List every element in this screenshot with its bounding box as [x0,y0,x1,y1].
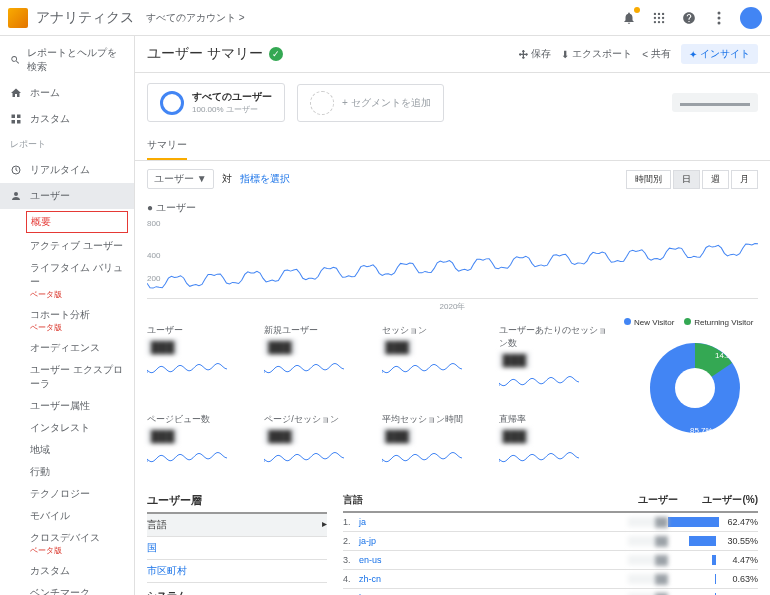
time-hour[interactable]: 時間別 [626,170,671,189]
table-row[interactable]: 1.ja██62.47% [343,513,758,532]
segment-all-users[interactable]: すべてのユーザー100.00% ユーザー [147,83,285,122]
nav-realtime[interactable]: リアルタイム [0,157,134,183]
sparkline [147,447,227,467]
x-label: 2020年 [147,299,758,314]
svg-point-4 [658,16,660,18]
dim-country[interactable]: 国 [147,537,327,560]
export-button[interactable]: ⬇ エクスポート [561,44,632,64]
svg-point-1 [658,12,660,14]
page-title: ユーザー サマリー [147,45,263,63]
metric-box[interactable]: 平均セッション時間███ [382,413,491,469]
svg-rect-14 [12,120,16,124]
nav-user-sub[interactable]: テクノロジー [0,483,134,505]
save-button[interactable]: 🕂 保存 [518,44,551,64]
svg-point-8 [662,20,664,22]
segment-add[interactable]: + セグメントを追加 [297,84,444,122]
metric-dropdown[interactable]: ユーザー ▼ [147,169,214,189]
help-icon[interactable] [680,9,698,27]
metric-box[interactable]: ユーザー███ [147,324,256,393]
dim-city[interactable]: 市区町村 [147,560,327,583]
svg-rect-13 [17,115,21,119]
nav-user-sub[interactable]: ユーザー属性 [0,395,134,417]
metric-value: ███ [382,339,413,355]
app-header: アナリティクス すべてのアカウント > [0,0,770,36]
metric-value: ███ [264,428,295,444]
lang-name: ja-jp [359,536,628,546]
nav-custom[interactable]: カスタム [0,106,134,132]
vs-label: 対 [222,172,232,186]
nav-user-sub[interactable]: ユーザー エクスプローラ [0,359,134,395]
svg-point-3 [654,16,656,18]
nav-user-sub[interactable]: ベンチマーク [0,582,134,595]
metric-label: セッション [382,324,491,337]
pie-legend: New Visitor Returning Visitor [624,318,766,327]
nav-user[interactable]: ユーザー [0,183,134,209]
metric-value: ███ [499,352,530,368]
tab-summary[interactable]: サマリー [147,132,187,160]
nav-user-sub[interactable]: オーディエンス [0,337,134,359]
svg-rect-15 [17,120,21,124]
metric-value: ███ [499,428,530,444]
y-tick: 200 [147,274,160,283]
nav-user-sub[interactable]: 行動 [0,461,134,483]
segment-add-icon [310,91,334,115]
metric-label: ユーザー [147,324,256,337]
nav-user-sub[interactable]: カスタム [0,560,134,582]
nav-user-sub[interactable]: クロスデバイスベータ版 [0,527,134,560]
metric-box[interactable]: ユーザーあたりのセッション数███ [499,324,608,393]
y-tick: 800 [147,219,160,228]
date-range-picker[interactable]: ▬▬▬▬▬▬▬ [672,93,758,112]
time-week[interactable]: 週 [702,170,729,189]
share-button[interactable]: < 共有 [642,44,671,64]
sparkline [382,447,462,467]
time-month[interactable]: 月 [731,170,758,189]
metric-select-link[interactable]: 指標を選択 [240,172,290,186]
dimensions-column: ユーザー層 言語▸ 国 市区町村 システム ブラウザ オペレーティング システム… [147,489,327,595]
account-selector[interactable]: すべてのアカウント > [146,11,245,25]
nav-user-sub[interactable]: モバイル [0,505,134,527]
metric-label: ユーザーあたりのセッション数 [499,324,608,350]
pie-label-new: 85.7% [690,426,713,435]
main-chart: 800 400 200 [147,219,758,299]
search-input[interactable]: レポートとヘルプを検索 [0,40,134,80]
nav-user-sub[interactable]: ライフタイム バリューベータ版 [0,257,134,304]
y-tick: 400 [147,251,160,260]
language-table: 言語 ユーザー ユーザー(%) 1.ja██62.47%2.ja-jp██30.… [343,489,758,595]
svg-point-9 [718,11,721,14]
nav-user-sub[interactable]: 地域 [0,439,134,461]
metric-box[interactable]: セッション███ [382,324,491,393]
dim-language[interactable]: 言語▸ [147,514,327,537]
nav-user-sub[interactable]: コホート分析ベータ版 [0,304,134,337]
lang-col-header: ユーザー(%) [678,493,758,507]
nav-home[interactable]: ホーム [0,80,134,106]
metric-label: ページ/セッション [264,413,373,426]
metric-value: ███ [147,339,178,355]
table-row[interactable]: 4.zh-cn██0.63% [343,570,758,589]
svg-point-5 [662,16,664,18]
apps-icon[interactable] [650,9,668,27]
table-row[interactable]: 2.ja-jp██30.55% [343,532,758,551]
metric-box[interactable]: ページ/セッション███ [264,413,373,469]
metric-box[interactable]: ページビュー数███ [147,413,256,469]
chart-title: ● ユーザー [147,197,758,219]
more-icon[interactable] [710,9,728,27]
metric-value: ███ [382,428,413,444]
table-row[interactable]: 5.ko██0.43% [343,589,758,595]
time-day[interactable]: 日 [673,170,700,189]
avatar[interactable] [740,7,762,29]
metric-box[interactable]: 新規ユーザー███ [264,324,373,393]
bell-icon[interactable] [620,9,638,27]
table-row[interactable]: 3.en-us██4.47% [343,551,758,570]
nav-user-sub[interactable]: 概要 [26,211,128,233]
nav-user-sub[interactable]: インタレスト [0,417,134,439]
svg-rect-12 [12,115,16,119]
insights-button[interactable]: ✦ インサイト [681,44,758,64]
pie-chart: 14.3% 85.7% [640,333,750,443]
metric-box[interactable]: 直帰率███ [499,413,608,469]
sparkline [382,358,462,378]
lang-name: ja [359,517,628,527]
metric-label: ページビュー数 [147,413,256,426]
nav-user-sub[interactable]: アクティブ ユーザー [0,235,134,257]
lang-col-header: 言語 [343,493,628,507]
sparkline [499,371,579,391]
